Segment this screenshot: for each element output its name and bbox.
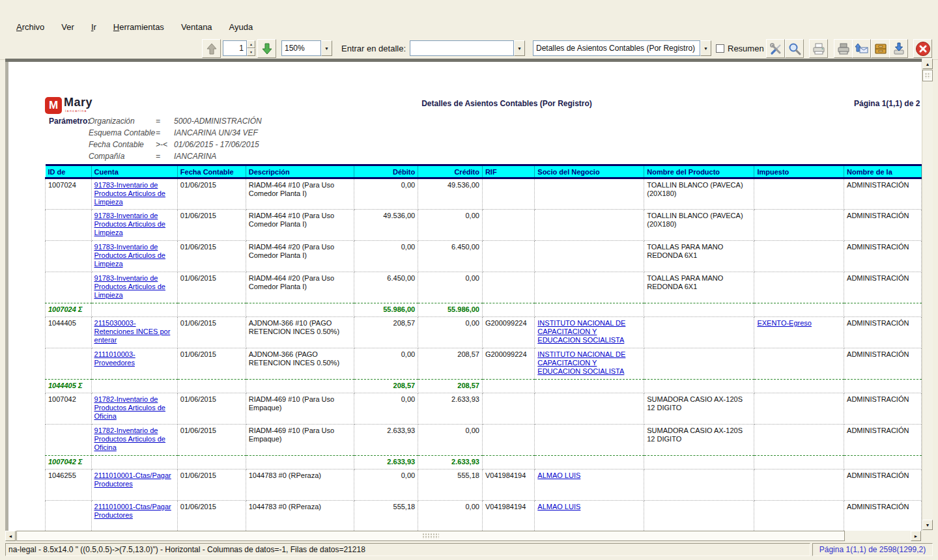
- tools-button[interactable]: [766, 39, 785, 58]
- close-button[interactable]: [913, 39, 932, 58]
- scroll-right-button[interactable]: ►: [911, 531, 921, 541]
- zoom-level-field[interactable]: 150%: [281, 40, 321, 56]
- vertical-scroll-thumb[interactable]: [922, 70, 933, 81]
- table-cell: [46, 272, 92, 303]
- table-cell: SUMADORA CASIO AX-120S 12 DIGITO: [644, 425, 754, 456]
- search-icon: [788, 42, 802, 56]
- table-cell: [482, 456, 534, 469]
- table-cell: AJDNOM-366 #10 (PAGO RETENCION INCES 0.5…: [246, 317, 354, 348]
- report-page: M Mary iancarina Detalles de Asientos Co…: [8, 62, 922, 531]
- record-link[interactable]: 2111010003-Proveedores: [94, 350, 135, 367]
- record-link[interactable]: 91783-Inventario de Productos Articulos …: [94, 181, 165, 206]
- scroll-up-button[interactable]: ▲: [922, 59, 933, 69]
- table-cell: [482, 272, 534, 303]
- scroll-down-button[interactable]: ▼: [922, 520, 933, 530]
- table-cell: [91, 380, 177, 393]
- menu-herramientas[interactable]: Herramientas: [106, 20, 171, 34]
- table-cell: [644, 456, 754, 469]
- menu-bar: ArchivoVerIrHerramientasVentanaAyuda: [0, 18, 938, 35]
- resumen-checkbox[interactable]: [716, 44, 724, 53]
- table-cell: 1007042 Σ: [46, 456, 92, 469]
- close-icon: [915, 41, 931, 57]
- record-link[interactable]: ALMAO LUIS: [537, 503, 580, 511]
- report-table-wrap: ID deCuentaFecha ContableDescripciónDébi…: [45, 164, 922, 531]
- table-cell: [754, 210, 844, 241]
- record-link[interactable]: 91783-Inventario de Productos Articulos …: [94, 243, 165, 268]
- spinner-up-button[interactable]: ▲: [247, 40, 255, 48]
- status-text: na-legal - 8.5x14.0 " ((0.5,0.5)->(7.5,1…: [5, 543, 810, 556]
- archive-button[interactable]: [871, 39, 890, 58]
- table-cell: 2.633,93: [354, 456, 418, 469]
- param-value: IANCARINA: [174, 152, 216, 163]
- table-row: 100704291782-Inventario de Productos Art…: [46, 393, 922, 425]
- table-cell: 2111010003-Proveedores: [91, 348, 177, 380]
- table-cell: [46, 501, 92, 531]
- menu-ir[interactable]: Ir: [84, 20, 104, 34]
- horizontal-scrollbar[interactable]: ◄ ►: [5, 531, 922, 542]
- table-cell: 0,00: [418, 425, 483, 456]
- send-mail-button[interactable]: [852, 39, 871, 58]
- table-cell: 1044405: [46, 317, 92, 348]
- param-row: Compañía=IANCARINA: [89, 152, 262, 163]
- zoom-dropdown-button[interactable]: ▼: [321, 40, 332, 56]
- record-link[interactable]: INSTITUTO NACIONAL DE CAPACITACION Y EDU…: [537, 319, 625, 344]
- previous-page-button[interactable]: [202, 39, 221, 58]
- record-link[interactable]: 91783-Inventario de Productos Articulos …: [94, 274, 165, 299]
- table-cell: [482, 241, 534, 272]
- table-cell: SUMADORA CASIO AX-120S 12 DIGITO: [644, 393, 754, 425]
- menu-archivo[interactable]: Archivo: [9, 20, 51, 34]
- record-link[interactable]: 91782-Inventario de Productos Articulos …: [94, 395, 165, 420]
- table-cell: V041984194: [482, 501, 534, 531]
- drilldown-dropdown-button[interactable]: ▼: [514, 40, 525, 56]
- table-row: 91783-Inventario de Productos Articulos …: [46, 210, 922, 241]
- table-cell: 49.536,00: [418, 178, 483, 210]
- next-page-button[interactable]: [257, 39, 276, 58]
- print-button[interactable]: [834, 39, 853, 58]
- report-selector-combobox[interactable]: Detalles de Asientos Contables (Por Regi…: [533, 40, 700, 56]
- horizontal-scroll-thumb[interactable]: [16, 531, 845, 541]
- record-link[interactable]: EXENTO-Egreso: [757, 319, 812, 327]
- vertical-scrollbar[interactable]: ▲ ▼: [922, 59, 933, 531]
- table-cell: [644, 317, 754, 348]
- record-link[interactable]: 91783-Inventario de Productos Articulos …: [94, 212, 165, 236]
- export-button[interactable]: [889, 39, 908, 58]
- table-cell: [535, 456, 644, 469]
- page-setup-button[interactable]: [809, 39, 828, 58]
- record-link[interactable]: 91782-Inventario de Productos Articulos …: [94, 427, 165, 451]
- record-link[interactable]: INSTITUTO NACIONAL DE CAPACITACION Y EDU…: [537, 350, 625, 375]
- arrow-up-icon: [205, 42, 219, 56]
- table-cell: 91782-Inventario de Productos Articulos …: [91, 393, 177, 425]
- table-cell: RIADM-464 #10 (Para Uso Comedor Planta I…: [246, 210, 354, 241]
- menu-ayuda[interactable]: Ayuda: [222, 20, 261, 34]
- drilldown-combobox[interactable]: [410, 40, 514, 56]
- table-row: 10462552111010001-Ctas/Pagar Productores…: [46, 469, 922, 501]
- table-cell: [177, 303, 246, 317]
- menu-ventana[interactable]: Ventana: [174, 20, 220, 34]
- table-cell: ADMINISTRACIÓN: [844, 317, 922, 348]
- report-selector-dropdown-button[interactable]: ▼: [700, 40, 711, 56]
- param-op: =: [156, 152, 174, 163]
- table-cell: 0,00: [418, 210, 483, 241]
- table-cell: [177, 456, 246, 469]
- search-button[interactable]: [785, 39, 804, 58]
- table-row: 1007042 Σ2.633,932.633,93: [46, 456, 922, 469]
- record-link[interactable]: ALMAO LUIS: [537, 471, 580, 479]
- table-cell: [754, 456, 844, 469]
- table-row: 91783-Inventario de Productos Articulos …: [46, 241, 922, 272]
- spinner-down-button[interactable]: ▼: [247, 48, 255, 56]
- table-cell: [535, 272, 644, 303]
- table-cell: 208,57: [418, 380, 483, 393]
- record-link[interactable]: 2111010001-Ctas/Pagar Productores: [94, 471, 171, 488]
- table-cell: [535, 393, 644, 425]
- table-cell: [754, 393, 844, 425]
- table-cell: ADMINISTRACIÓN: [844, 501, 922, 531]
- menu-ver[interactable]: Ver: [54, 20, 81, 34]
- table-cell: 2.633,93: [354, 425, 418, 456]
- scroll-left-button[interactable]: ◄: [5, 531, 16, 541]
- table-row: 91782-Inventario de Productos Articulos …: [46, 425, 922, 456]
- table-cell: 0,00: [354, 393, 418, 425]
- column-header: Cuenta: [91, 165, 177, 178]
- page-number-input[interactable]: 1: [223, 40, 247, 56]
- record-link[interactable]: 2111010001-Ctas/Pagar Productores: [94, 503, 171, 519]
- record-link[interactable]: 2115030003-Retenciones INCES por enterar: [94, 319, 171, 344]
